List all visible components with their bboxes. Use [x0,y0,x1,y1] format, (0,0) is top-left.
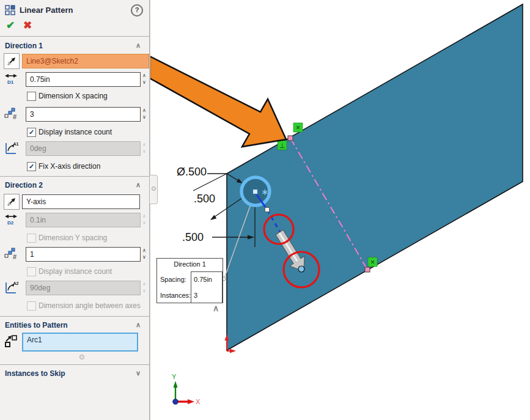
spinner-down-icon: ∨ [140,219,149,226]
direction1-instances-spinner[interactable]: ∧ ∨ [140,107,149,122]
dimension-x-spacing-label: Dimension X spacing [39,92,108,100]
chevron-up-icon[interactable]: ∧ [136,321,141,329]
display-instance-count-label: Display instance count [39,128,112,136]
dimension-angle-checkbox [27,301,36,311]
callout-instances-value[interactable]: 3 [194,292,197,299]
direction1-header[interactable]: Direction 1 [5,42,43,50]
listbox-resize-grip[interactable] [79,355,84,359]
hash-icon-label: # [13,253,17,260]
chevron-down-icon[interactable]: ∨ [136,369,141,377]
relation-icon-perpendicular[interactable]: ⊥ [278,141,287,150]
direction2-header[interactable]: Direction 2 [5,181,43,190]
fixed-relation-glyph: ∗ [261,186,269,197]
list-item[interactable]: Arc1 [27,336,137,344]
instance-count-icon: # [1,106,21,121]
spinner-up-icon[interactable]: ∧ [140,72,149,79]
spinner-down-icon: ∨ [140,148,149,155]
direction1-instances-field[interactable]: 3 [26,107,141,122]
coordinate-triad: Y X [172,373,201,405]
property-manager-panel: Linear Pattern ? ✔ ✖ Direction 1 ∧ Line3… [0,0,150,420]
direction2-instances-field[interactable]: 1 [26,247,141,262]
direction1-spacing-field[interactable]: 0.75in [26,72,141,87]
reverse-direction1-button[interactable] [4,53,20,69]
solidworks-window: × ⊥ × Ø.500 .500 .500 [0,0,530,420]
d1-icon-label: D1 [7,79,14,85]
angle-a2-icon: A2 [1,280,21,295]
line-midpoint-handle[interactable] [265,208,270,212]
d2-icon-label: D2 [7,220,14,226]
direction2-spacing-spinner: ∧ ∨ [140,213,149,227]
a2-icon-label: A2 [13,281,19,286]
relation-icon-intersection[interactable]: × [368,257,377,267]
dimension-text[interactable]: .500 [194,193,215,205]
viewport-collapse-caret[interactable]: ∧ [213,303,219,313]
fix-x-axis-checkbox[interactable]: ✓ [27,162,36,171]
hash-icon-label: # [13,113,17,120]
instances-to-skip-header[interactable]: Instances to Skip [5,369,65,378]
spinner-down-icon[interactable]: ∨ [140,114,149,120]
display-instance-count2-label: Display instance count [39,267,112,276]
annotation-arrow [150,56,286,147]
spacing-d1-icon: D1 [1,72,21,86]
spinner-up-icon[interactable]: ∧ [140,107,149,114]
panel-title: Linear Pattern [20,6,73,15]
arc-center-handle[interactable] [253,190,258,194]
spinner-up-icon: ∧ [140,281,149,287]
angle-a1-icon: A1 [1,141,21,155]
chevron-up-icon[interactable]: ∧ [136,42,141,50]
direction1-angle-spinner: ∧ ∨ [140,141,149,156]
ok-button[interactable]: ✔ [6,19,15,32]
x-axis-arrowhead [188,399,194,404]
sketch-point[interactable] [288,136,293,141]
relation-glyph: ⊥ [279,142,285,149]
panel-flyout-tab[interactable] [150,175,158,204]
help-icon[interactable]: ? [131,4,143,17]
reverse-direction-icon [4,54,19,68]
y-axis-label: Y [172,373,177,380]
sketch-point[interactable] [365,267,370,272]
relation-glyph: × [296,123,300,132]
direction2-instances-spinner[interactable]: ∧ ∨ [140,247,149,262]
callout-spacing-label: Spacing: [160,276,186,283]
dimension-x-spacing-checkbox[interactable] [27,92,36,101]
relation-icon-intersection[interactable]: × [293,123,303,132]
direction1-reference-field[interactable]: Line3@Sketch2 [22,54,149,68]
dimension-y-spacing-checkbox [27,234,36,243]
check-icon: ✓ [29,163,34,170]
flyout-grip-dot [152,186,156,191]
dimension-text[interactable]: Ø.500 [177,166,207,178]
direction2-spacing-field: 0.1in [26,213,141,227]
entities-to-pattern-header[interactable]: Entities to Pattern [5,321,68,330]
cancel-button[interactable]: ✖ [23,19,32,32]
callout-spacing-value[interactable]: 0.75in [194,276,212,283]
callout-title: Direction 1 [157,260,223,268]
entities-to-pattern-icon [1,334,21,348]
dimension-y-spacing-label: Dimension Y spacing [39,234,107,242]
callout-instances-label: Instances: [160,292,191,299]
model-face[interactable] [227,4,523,350]
direction-endpoint[interactable] [298,266,304,272]
direction2-angle-field: 90deg [26,281,141,295]
entities-selection-list[interactable]: Arc1 [22,333,138,352]
direction1-callout[interactable]: Direction 1 Spacing: 0.75in Instances: 3 [156,258,223,303]
instance-count-icon: # [1,246,21,261]
chevron-up-icon[interactable]: ∧ [136,181,141,189]
relation-glyph: × [370,258,375,267]
direction2-reference-field[interactable]: Y-axis [22,194,140,209]
spinner-up-icon[interactable]: ∧ [140,247,149,254]
display-instance-count-checkbox[interactable]: ✓ [27,128,36,137]
panel-splitter[interactable] [150,0,150,420]
divider [0,176,149,177]
linear-pattern-icon [4,4,17,17]
divider [0,36,149,37]
reverse-direction2-button[interactable] [4,194,20,210]
direction1-angle-field: 0deg [26,141,141,156]
display-instance-count2-checkbox [27,267,36,276]
dimension-angle-label: Dimension angle between axes [39,301,141,310]
spinner-down-icon[interactable]: ∨ [140,254,149,260]
direction2-angle-spinner: ∧ ∨ [140,281,149,295]
direction1-spacing-spinner[interactable]: ∧ ∨ [140,72,149,87]
spinner-down-icon: ∨ [140,287,149,294]
dimension-text[interactable]: .500 [182,231,204,243]
spinner-down-icon[interactable]: ∨ [140,79,149,86]
